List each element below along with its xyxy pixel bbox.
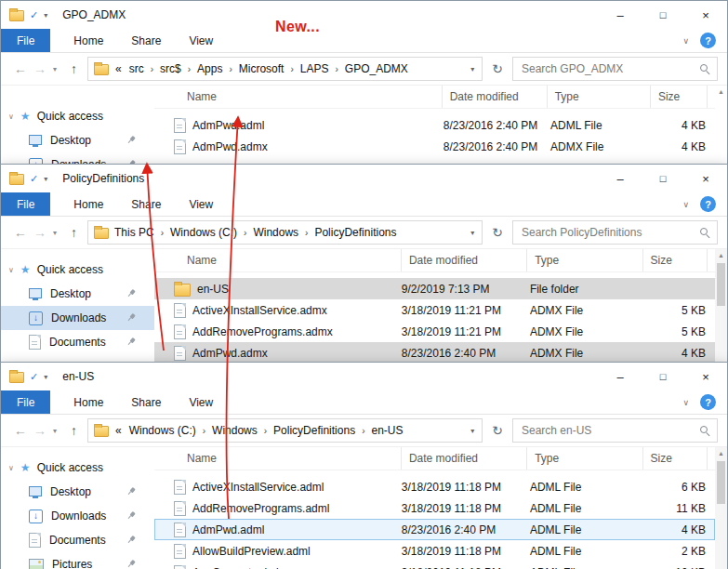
- breadcrumb-item[interactable]: LAPS: [296, 62, 334, 75]
- back-icon[interactable]: ←: [14, 61, 27, 76]
- file-row[interactable]: AdmPwd.adml 8/23/2016 2:40 PM ADML File …: [154, 114, 715, 136]
- column-type[interactable]: Type: [527, 447, 642, 470]
- column-date-modified[interactable]: Date modified: [402, 447, 527, 470]
- home-tab[interactable]: Home: [60, 390, 117, 414]
- qat-check-icon[interactable]: ✓: [30, 371, 38, 383]
- search-box[interactable]: [512, 220, 718, 245]
- history-dropdown-icon[interactable]: ▾: [53, 229, 57, 237]
- breadcrumb-item[interactable]: Windows (C:): [125, 424, 201, 437]
- qat-dropdown-icon[interactable]: ▾: [44, 175, 47, 183]
- maximize-button[interactable]: □: [642, 363, 684, 390]
- forward-icon[interactable]: →: [33, 61, 46, 76]
- file-row[interactable]: ActiveXInstallService.adml 3/18/2019 11:…: [154, 476, 715, 497]
- file-tab[interactable]: File: [1, 29, 50, 52]
- breadcrumb-item[interactable]: GPO_ADMX: [340, 62, 413, 75]
- file-row[interactable]: AppCompat.adml 3/18/2019 11:18 PM ADML F…: [154, 562, 715, 569]
- minimize-button[interactable]: –: [599, 165, 642, 192]
- breadcrumb-item[interactable]: Windows (C:): [165, 226, 242, 239]
- refresh-icon[interactable]: ↻: [489, 225, 506, 240]
- search-box[interactable]: [512, 418, 718, 443]
- breadcrumb-collapsed[interactable]: «: [110, 424, 124, 437]
- address-bar[interactable]: « Windows (C:) › Windows › PolicyDefinit…: [87, 418, 483, 443]
- share-tab[interactable]: Share: [117, 192, 175, 216]
- qat-dropdown-icon[interactable]: ▾: [44, 373, 47, 381]
- share-tab[interactable]: Share: [117, 29, 175, 52]
- scroll-up-icon[interactable]: ▲: [718, 450, 724, 457]
- minimize-button[interactable]: –: [599, 1, 642, 29]
- sidebar-item-desktop[interactable]: Desktop: [1, 282, 154, 306]
- column-type[interactable]: Type: [527, 249, 642, 271]
- breadcrumb-item[interactable]: Apps: [192, 62, 227, 75]
- search-input[interactable]: [520, 225, 699, 240]
- file-row[interactable]: AddRemovePrograms.admx 3/18/2019 11:21 P…: [154, 321, 715, 342]
- sidebar-item-documents[interactable]: Documents: [1, 528, 154, 552]
- breadcrumb-item[interactable]: This PC: [110, 226, 159, 239]
- back-icon[interactable]: ←: [14, 225, 27, 240]
- sidebar-item-quick-access[interactable]: ∨ ★ Quick access: [1, 456, 154, 480]
- view-tab[interactable]: View: [175, 390, 227, 414]
- view-tab[interactable]: View: [175, 29, 227, 52]
- expand-ribbon-icon[interactable]: ∨: [682, 36, 689, 46]
- address-dropdown-icon[interactable]: ▾: [470, 229, 476, 237]
- up-icon[interactable]: ↑: [71, 423, 77, 438]
- breadcrumb-item[interactable]: Windows: [207, 424, 262, 437]
- scrollbar-thumb[interactable]: [717, 263, 725, 306]
- help-icon[interactable]: ?: [700, 394, 716, 410]
- maximize-button[interactable]: □: [642, 1, 684, 29]
- file-row[interactable]: ActiveXInstallService.admx 3/18/2019 11:…: [154, 299, 715, 321]
- home-tab[interactable]: Home: [60, 29, 117, 52]
- file-row-selected[interactable]: AdmPwd.adml 8/23/2016 2:40 PM ADML File …: [154, 519, 715, 540]
- breadcrumb-item[interactable]: Windows: [248, 226, 303, 239]
- expand-ribbon-icon[interactable]: ∨: [682, 200, 689, 209]
- file-tab[interactable]: File: [1, 192, 50, 216]
- scroll-up-icon[interactable]: ▲: [718, 252, 724, 259]
- up-icon[interactable]: ↑: [71, 225, 77, 240]
- expand-icon[interactable]: ∨: [8, 266, 14, 274]
- file-tab[interactable]: File: [1, 390, 50, 414]
- share-tab[interactable]: Share: [117, 390, 175, 414]
- breadcrumb-item[interactable]: src: [125, 62, 149, 75]
- column-name[interactable]: Name: [154, 249, 402, 271]
- breadcrumb-collapsed[interactable]: «: [110, 62, 124, 75]
- address-bar[interactable]: « src › src$ › Apps › Microsoft › LAPS ›…: [87, 57, 483, 81]
- expand-icon[interactable]: ∨: [8, 464, 14, 472]
- forward-icon[interactable]: →: [33, 225, 46, 240]
- sidebar-item-downloads[interactable]: Downloads: [1, 306, 154, 330]
- search-input[interactable]: [520, 61, 699, 76]
- history-dropdown-icon[interactable]: ▾: [53, 427, 57, 435]
- qat-check-icon[interactable]: ✓: [30, 173, 38, 185]
- breadcrumb-item[interactable]: en-US: [366, 424, 407, 437]
- file-row[interactable]: AllowBuildPreview.adml 3/18/2019 11:18 P…: [154, 540, 715, 562]
- sidebar-item-desktop[interactable]: Desktop: [1, 480, 154, 504]
- expand-icon[interactable]: ∨: [8, 112, 14, 121]
- qat-check-icon[interactable]: ✓: [30, 9, 38, 21]
- address-bar[interactable]: This PC › Windows (C:) › Windows › Polic…: [87, 220, 483, 245]
- scrollbar[interactable]: ▲: [715, 447, 727, 569]
- scrollbar[interactable]: ▲: [715, 249, 727, 364]
- expand-ribbon-icon[interactable]: ∨: [682, 398, 689, 407]
- help-icon[interactable]: ?: [700, 33, 716, 48]
- home-tab[interactable]: Home: [60, 192, 117, 216]
- breadcrumb-item[interactable]: PolicyDefinitions: [310, 226, 401, 239]
- file-row[interactable]: AddRemovePrograms.adml 3/18/2019 11:18 P…: [154, 497, 715, 519]
- column-size[interactable]: Size: [651, 86, 708, 108]
- column-date-modified[interactable]: Date modified: [443, 86, 548, 108]
- address-dropdown-icon[interactable]: ▾: [470, 427, 476, 435]
- column-name[interactable]: Name: [154, 86, 443, 108]
- maximize-button[interactable]: □: [642, 165, 684, 192]
- column-type[interactable]: Type: [548, 86, 651, 108]
- column-size[interactable]: Size: [643, 249, 708, 271]
- address-dropdown-icon[interactable]: ▾: [470, 65, 476, 73]
- column-name[interactable]: Name: [154, 447, 402, 470]
- sidebar-item-quick-access[interactable]: ∨ ★ Quick access: [1, 104, 154, 128]
- scrollbar[interactable]: ▲: [715, 86, 727, 165]
- sidebar-item-downloads[interactable]: Downloads: [1, 504, 154, 528]
- close-button[interactable]: ×: [684, 1, 727, 29]
- refresh-icon[interactable]: ↻: [489, 423, 506, 438]
- minimize-button[interactable]: –: [599, 363, 642, 390]
- refresh-icon[interactable]: ↻: [489, 61, 506, 76]
- history-dropdown-icon[interactable]: ▾: [53, 65, 57, 73]
- forward-icon[interactable]: →: [33, 423, 46, 438]
- sidebar-item-documents[interactable]: Documents: [1, 330, 154, 354]
- breadcrumb-item[interactable]: PolicyDefinitions: [269, 424, 360, 437]
